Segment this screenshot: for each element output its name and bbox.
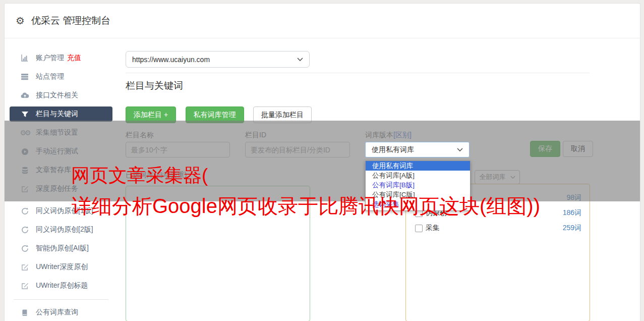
annotation-line2: 详细分析Google网页收录于比腾讯快网页这块(组图))	[72, 192, 540, 220]
chevron-down-icon	[457, 148, 463, 152]
sidebar-item-refresh-10[interactable]: 智能伪原创[AI版]	[10, 241, 112, 256]
sidebar-item-label: 公有词库查询	[36, 308, 78, 317]
refresh-icon	[20, 245, 30, 252]
sidebar-item-label: 同义词伪原创[2版]	[36, 225, 93, 234]
edit-icon	[20, 282, 30, 290]
dropdown-option[interactable]: 使用私有词库	[366, 161, 470, 171]
sidebar-divider	[14, 299, 108, 300]
recharge-badge[interactable]: 充值	[67, 54, 81, 63]
thesaurus-version-select[interactable]: 使用私有词库	[365, 142, 470, 157]
refresh-icon	[20, 226, 30, 234]
cloud-upload-icon	[20, 91, 30, 99]
sidebar-item-server-1[interactable]: 站点管理	[10, 69, 112, 84]
refresh-icon	[20, 207, 30, 215]
modal-overlay	[5, 121, 640, 201]
bar-chart-icon	[20, 54, 30, 62]
site-url-select[interactable]: https://www.ucaiyun.com	[126, 51, 310, 68]
library-row: 采集259词	[415, 224, 581, 233]
thesaurus-version-value: 使用私有词库	[372, 145, 414, 154]
sidebar-item-label: UWriter深度原创	[36, 262, 88, 272]
library-name: 采集	[426, 224, 440, 233]
app-title: 优采云 管理控制台	[31, 14, 110, 27]
filter-icon	[20, 111, 30, 118]
dropdown-option[interactable]: 公有词库[B版]	[366, 180, 470, 190]
book-icon	[20, 309, 30, 316]
site-url-value: https://www.ucaiyun.com	[132, 56, 210, 64]
header: ⚙ 优采云 管理控制台	[5, 4, 640, 38]
gear-icon: ⚙	[16, 16, 25, 26]
sidebar-item-edit-12[interactable]: UWriter原创标题	[10, 278, 112, 293]
annotation-line1: 网页文章采集器(	[71, 163, 208, 188]
sidebar-item-book-13[interactable]: 公有词库查询	[10, 305, 112, 320]
edit-icon	[20, 263, 30, 271]
sidebar-item-label: 栏目与关键词	[36, 110, 78, 119]
sidebar-item-label: 站点管理	[36, 72, 64, 81]
sidebar-item-label: 账户管理	[36, 54, 64, 63]
word-count: 259词	[563, 224, 581, 233]
word-count: 186词	[563, 208, 581, 218]
sidebar-item-filter-3[interactable]: 栏目与关键词	[10, 106, 112, 122]
sidebar-item-label: UWriter原创标题	[36, 281, 88, 290]
library-checkbox[interactable]	[415, 225, 423, 232]
server-icon	[20, 73, 30, 81]
dropdown-option[interactable]: 公有词库[A版]	[366, 171, 470, 180]
sidebar-item-bar-chart-0[interactable]: 账户管理充值	[10, 50, 112, 66]
sidebar-item-refresh-9[interactable]: 同义词伪原创[2版]	[10, 222, 112, 237]
content-divider	[126, 73, 590, 73]
sidebar-item-edit-11[interactable]: UWriter深度原创	[10, 259, 112, 275]
page-title: 栏目与关键词	[126, 79, 183, 92]
chevron-down-icon	[297, 58, 303, 62]
app-window: ⚙ 优采云 管理控制台 账户管理充值站点管理接口文件相关栏目与关键词⚙⚙采集细节…	[4, 3, 640, 321]
sidebar-item-label: 接口文件相关	[36, 91, 78, 100]
sidebar-item-cloud-upload-2[interactable]: 接口文件相关	[10, 88, 112, 103]
sidebar-item-label: 智能伪原创[AI版]	[36, 244, 89, 253]
